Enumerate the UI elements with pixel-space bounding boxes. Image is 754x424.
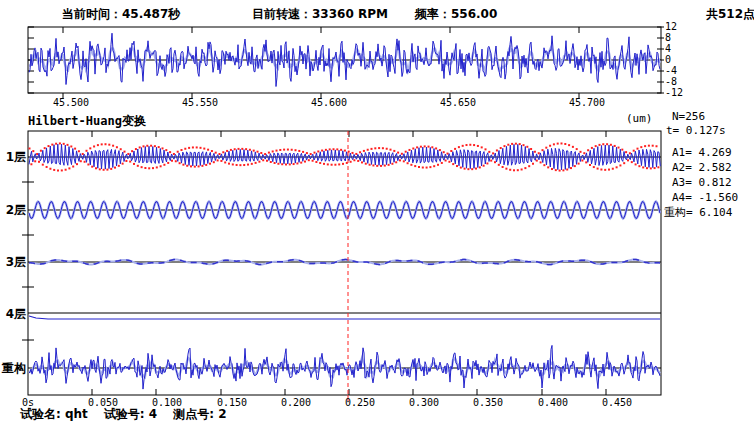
- imf1-envelope-marker: [448, 161, 450, 163]
- imf1-envelope-marker: [437, 164, 439, 166]
- imf1-envelope-marker: [494, 161, 496, 163]
- charts-canvas[interactable]: [0, 0, 754, 424]
- imf1-envelope-marker: [397, 152, 399, 154]
- imf1-envelope-marker: [95, 167, 97, 169]
- imf1-envelope-marker: [29, 147, 31, 149]
- imf1-envelope-marker: [426, 167, 428, 169]
- imf1-envelope-marker: [241, 148, 243, 150]
- imf1-envelope-marker: [570, 167, 572, 169]
- imf1-envelope-marker: [296, 162, 298, 164]
- imf1-envelope-marker: [143, 145, 145, 147]
- imf1-envelope-marker: [317, 150, 319, 152]
- imf1-envelope-marker: [523, 144, 525, 146]
- imf1-envelope-marker: [401, 153, 403, 155]
- imf1-envelope-marker: [431, 146, 433, 148]
- imf1-envelope-marker: [458, 146, 460, 148]
- imf1-envelope-marker: [175, 160, 177, 162]
- imf1-envelope-marker: [553, 143, 555, 145]
- imf1-envelope-marker: [245, 148, 247, 150]
- imf1-envelope-marker: [621, 149, 623, 151]
- imf1-envelope-marker: [120, 148, 122, 150]
- imf1-envelope-marker: [321, 150, 323, 152]
- imf1-envelope-marker: [610, 144, 612, 146]
- row-label-1: 1层: [0, 149, 26, 166]
- imf1-envelope-marker: [600, 169, 602, 171]
- imf1-envelope-marker: [555, 169, 557, 171]
- imf1-envelope-marker: [652, 145, 654, 147]
- top-y-tick-label: 0: [665, 55, 671, 65]
- imf1-envelope-marker: [638, 165, 640, 167]
- top-x-tick-label: 45.650: [440, 98, 480, 108]
- top-x-tick-label: 45.700: [569, 98, 609, 108]
- imf1-envelope-marker: [156, 166, 158, 168]
- imf1-envelope-marker: [519, 143, 521, 145]
- imf1-envelope-marker: [40, 150, 42, 152]
- imf1-envelope-marker: [644, 145, 646, 147]
- amplitude-value: A3= 0.812: [672, 177, 732, 188]
- imf1-envelope-marker: [186, 165, 188, 167]
- status-item: 测点号: 2: [173, 407, 226, 421]
- imf1-envelope-marker: [369, 164, 371, 166]
- imf1-envelope-marker: [504, 145, 506, 147]
- imf1-envelope-marker: [447, 153, 449, 155]
- imf1-envelope-marker: [283, 149, 285, 151]
- hht-title: Hilbert-Huang变换: [28, 113, 146, 130]
- imf1-envelope-marker: [334, 164, 336, 166]
- imf1-envelope-marker: [340, 149, 342, 151]
- imf1-envelope-marker: [407, 162, 409, 164]
- imf1-envelope-marker: [481, 146, 483, 148]
- imf1-envelope-marker: [538, 152, 540, 154]
- imf1-envelope-marker: [507, 144, 509, 146]
- imf1-envelope-marker: [524, 167, 526, 169]
- top-y-tick-label: -4: [665, 66, 677, 76]
- imf1-envelope-marker: [300, 162, 302, 164]
- imf1-envelope-marker: [65, 169, 67, 171]
- imf1-envelope-marker: [574, 165, 576, 167]
- imf1-envelope-marker: [304, 161, 306, 163]
- imf1-envelope-marker: [467, 168, 469, 170]
- imf1-envelope-marker: [380, 165, 382, 167]
- imf1-envelope-marker: [141, 166, 143, 168]
- imf1-envelope-marker: [498, 164, 500, 166]
- imf1-envelope-marker: [353, 159, 355, 161]
- imf1-envelope-marker: [217, 159, 219, 161]
- imf1-envelope-marker: [566, 169, 568, 171]
- imf1-envelope-marker: [200, 147, 202, 149]
- imf1-envelope-marker: [169, 151, 171, 153]
- hht-x-tick-label: 0.300: [409, 398, 439, 408]
- imf1-envelope-marker: [44, 147, 46, 149]
- imf1-envelope-marker: [222, 151, 224, 153]
- imf1-envelope-marker: [502, 166, 504, 168]
- imf1-envelope-marker: [131, 150, 133, 152]
- imf1-envelope-marker: [270, 161, 272, 163]
- imf1-envelope-marker: [179, 162, 181, 164]
- imf1-envelope-marker: [57, 170, 59, 172]
- imf1-envelope-marker: [203, 148, 205, 150]
- imf1-envelope-marker: [213, 161, 215, 163]
- imf1-envelope-marker: [587, 149, 589, 151]
- imf1-envelope-marker: [336, 148, 338, 150]
- imf1-envelope-marker: [562, 169, 564, 171]
- imf1-envelope-marker: [414, 165, 416, 167]
- imf1-envelope-marker: [215, 152, 217, 154]
- imf1-envelope-marker: [314, 152, 316, 154]
- app-window: { "header": { "items": ["当前时间：45.487秒", …: [0, 0, 754, 424]
- imf1-envelope-marker: [243, 164, 245, 166]
- imf1-envelope-marker: [460, 167, 462, 169]
- imf1-envelope-marker: [207, 149, 209, 151]
- imf1-envelope-marker: [209, 163, 211, 165]
- row-label-3: 3层: [0, 254, 26, 271]
- imf1-envelope-marker: [312, 160, 314, 162]
- amplitude-value: A4= -1.560: [672, 192, 738, 203]
- imf1-envelope-marker: [61, 169, 63, 171]
- imf1-envelope-marker: [488, 151, 490, 153]
- imf4-trace: [29, 316, 660, 319]
- imf1-envelope-marker: [163, 164, 165, 166]
- imf1-envelope-marker: [80, 160, 82, 162]
- imf1-envelope-marker: [479, 166, 481, 168]
- imf1-envelope-marker: [568, 144, 570, 146]
- imf1-envelope-marker: [30, 163, 32, 165]
- imf1-envelope-marker: [545, 147, 547, 149]
- imf1-envelope-marker: [106, 169, 108, 171]
- imf1-envelope-marker: [327, 163, 329, 165]
